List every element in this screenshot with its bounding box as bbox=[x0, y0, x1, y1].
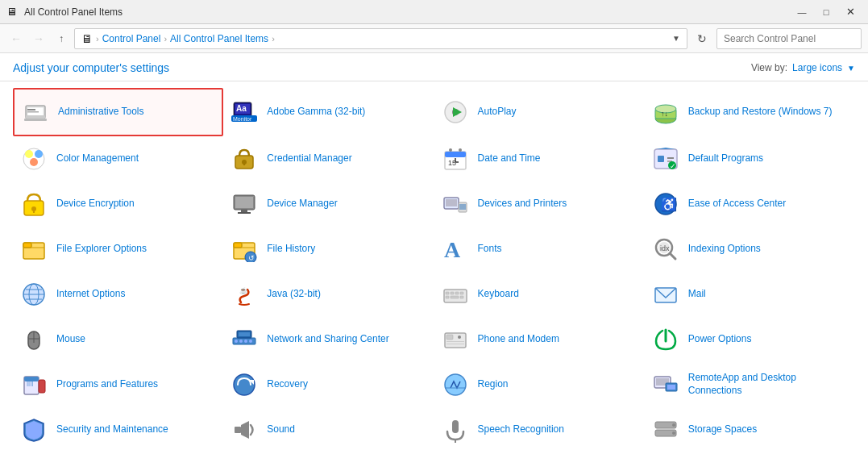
forward-button[interactable]: → bbox=[29, 29, 48, 48]
item-icon-file-history: ↺ bbox=[230, 235, 259, 264]
breadcrumb-dropdown-arrow[interactable]: ▼ bbox=[672, 34, 680, 43]
item-icon-device-encryption bbox=[19, 190, 48, 219]
view-by-label: View by: bbox=[751, 62, 787, 73]
item-devices-printers[interactable]: Devices and Printers bbox=[434, 181, 645, 227]
title-bar-left: 🖥 All Control Panel Items bbox=[6, 6, 123, 19]
item-credential-manager[interactable]: Credential Manager bbox=[223, 136, 434, 181]
item-device-manager[interactable]: Device Manager bbox=[223, 181, 434, 227]
svg-rect-5 bbox=[27, 111, 39, 113]
svg-rect-26 bbox=[445, 152, 466, 157]
svg-rect-4 bbox=[27, 109, 35, 110]
breadcrumb-sep3: › bbox=[272, 34, 275, 44]
svg-point-19 bbox=[25, 150, 33, 158]
item-mouse[interactable]: Mouse bbox=[13, 317, 223, 362]
svg-text:idx: idx bbox=[660, 244, 670, 252]
breadcrumb-sep2: › bbox=[164, 34, 167, 44]
view-by-value[interactable]: Large icons bbox=[792, 62, 842, 73]
breadcrumb-all-items[interactable]: All Control Panel Items bbox=[170, 33, 268, 44]
item-default-programs[interactable]: ✓Default Programs bbox=[645, 136, 855, 181]
item-color-management[interactable]: Color Management bbox=[13, 136, 223, 181]
svg-text:♿: ♿ bbox=[661, 197, 677, 212]
svg-marker-33 bbox=[656, 148, 675, 149]
item-system[interactable]: System bbox=[223, 452, 434, 456]
view-dropdown-arrow[interactable]: ▼ bbox=[847, 64, 855, 73]
item-label-autoplay: AutoPlay bbox=[478, 106, 517, 119]
up-button[interactable]: ↑ bbox=[52, 29, 71, 48]
item-internet-options[interactable]: Internet Options bbox=[13, 272, 223, 317]
app-icon: 🖥 bbox=[6, 6, 19, 19]
item-backup-restore[interactable]: ↑↓Backup and Restore (Windows 7) bbox=[645, 88, 855, 136]
item-icon-file-explorer bbox=[19, 235, 48, 264]
item-security-maintenance[interactable]: Security and Maintenance bbox=[13, 407, 223, 452]
item-icon-default-programs: ✓ bbox=[651, 144, 680, 173]
item-indexing-options[interactable]: idxIndexing Options bbox=[645, 227, 855, 272]
svg-rect-96 bbox=[39, 380, 45, 393]
item-file-explorer[interactable]: File Explorer Options bbox=[13, 227, 223, 272]
item-icon-network-sharing bbox=[230, 325, 259, 354]
item-power-options[interactable]: Power Options bbox=[645, 317, 855, 362]
view-by-control: View by: Large icons ▼ bbox=[751, 62, 855, 73]
item-icon-mail bbox=[651, 280, 680, 309]
item-icon-remoteapp bbox=[651, 370, 680, 399]
item-troubleshooting[interactable]: !Troubleshooting bbox=[645, 452, 855, 456]
item-autoplay[interactable]: AutoPlay bbox=[434, 88, 645, 136]
item-sync-center[interactable]: Sync Center bbox=[13, 452, 223, 456]
item-phone-modem[interactable]: Phone and Modem bbox=[434, 317, 645, 362]
item-label-recovery: Recovery bbox=[267, 378, 308, 391]
item-remoteapp[interactable]: RemoteApp and Desktop Connections bbox=[645, 362, 855, 407]
item-icon-color-management bbox=[19, 144, 48, 173]
item-label-phone-modem: Phone and Modem bbox=[478, 333, 559, 346]
items-container: Administrative ToolsAaMonitorAdobe Gamma… bbox=[0, 81, 868, 456]
item-label-power-options: Power Options bbox=[688, 333, 752, 346]
item-device-encryption[interactable]: Device Encryption bbox=[13, 181, 223, 227]
item-label-administrative-tools: Administrative Tools bbox=[58, 106, 144, 119]
item-administrative-tools[interactable]: Administrative Tools bbox=[13, 88, 223, 136]
breadcrumb-control-panel[interactable]: Control Panel bbox=[102, 33, 161, 44]
svg-point-113 bbox=[672, 431, 675, 435]
svg-point-20 bbox=[35, 150, 43, 158]
item-label-mouse: Mouse bbox=[56, 333, 85, 346]
item-speech-recognition[interactable]: Speech Recognition bbox=[434, 407, 645, 452]
svg-rect-41 bbox=[33, 209, 35, 213]
item-label-device-encryption: Device Encryption bbox=[56, 198, 135, 210]
item-taskbar-navigation[interactable]: Taskbar and Navigation bbox=[434, 452, 645, 456]
svg-text:A: A bbox=[444, 237, 461, 262]
item-mail[interactable]: Mail bbox=[645, 272, 855, 317]
item-adobe-gamma[interactable]: AaMonitorAdobe Gamma (32-bit) bbox=[223, 88, 434, 136]
refresh-button[interactable]: ↻ bbox=[691, 28, 713, 49]
item-sound[interactable]: Sound bbox=[223, 407, 434, 452]
svg-rect-73 bbox=[460, 292, 463, 294]
item-icon-autoplay bbox=[441, 98, 470, 127]
item-storage-spaces[interactable]: Storage Spaces bbox=[645, 407, 855, 452]
item-java[interactable]: ☕Java (32-bit) bbox=[223, 272, 434, 317]
minimize-button[interactable]: — bbox=[791, 4, 813, 20]
close-button[interactable]: ✕ bbox=[839, 4, 862, 20]
page-header: Adjust your computer's settings View by:… bbox=[0, 53, 868, 81]
svg-line-61 bbox=[670, 253, 675, 259]
item-icon-device-manager bbox=[230, 190, 259, 219]
breadcrumb-sep1: › bbox=[96, 34, 99, 44]
search-input[interactable] bbox=[716, 28, 862, 49]
svg-rect-43 bbox=[235, 197, 253, 208]
svg-point-27 bbox=[449, 148, 452, 152]
svg-rect-87 bbox=[239, 332, 250, 336]
item-region[interactable]: Region bbox=[434, 362, 645, 407]
breadcrumb-icon: 🖥 bbox=[81, 32, 93, 45]
items-grid: Administrative ToolsAaMonitorAdobe Gamma… bbox=[13, 88, 855, 456]
item-fonts[interactable]: AFonts bbox=[434, 227, 645, 272]
maximize-button[interactable]: □ bbox=[815, 4, 837, 20]
item-label-java: Java (32-bit) bbox=[267, 288, 321, 301]
item-label-speech-recognition: Speech Recognition bbox=[478, 423, 564, 436]
item-keyboard[interactable]: Keyboard bbox=[434, 272, 645, 317]
item-programs-features[interactable]: ||||Programs and Features bbox=[13, 362, 223, 407]
item-file-history[interactable]: ↺File History bbox=[223, 227, 434, 272]
back-button[interactable]: ← bbox=[6, 29, 26, 48]
svg-text:Monitor: Monitor bbox=[233, 116, 252, 122]
item-icon-credential-manager bbox=[230, 144, 259, 173]
item-ease-access[interactable]: ♿Ease of Access Center bbox=[645, 181, 855, 227]
item-icon-sound bbox=[230, 415, 259, 444]
window-title: All Control Panel Items bbox=[24, 6, 123, 18]
item-recovery[interactable]: Recovery bbox=[223, 362, 434, 407]
item-network-sharing[interactable]: Network and Sharing Center bbox=[223, 317, 434, 362]
item-date-time[interactable]: 15Date and Time bbox=[434, 136, 645, 181]
